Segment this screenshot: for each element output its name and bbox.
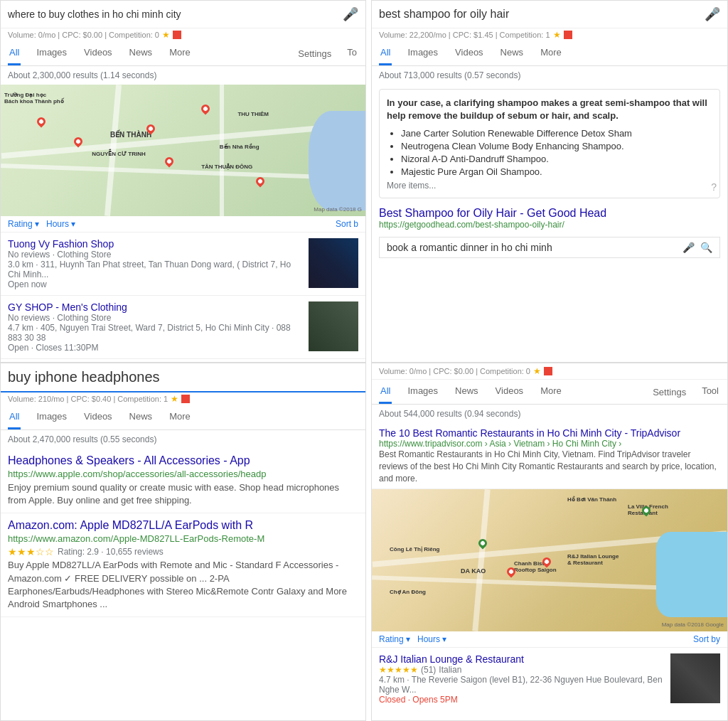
tab-videos-2[interactable]: Videos [454,41,485,65]
sort-by-4[interactable]: Sort by [693,634,720,644]
next-search-icon[interactable]: 🔍 [700,242,712,253]
search-bar-1[interactable]: 🎤 [1,1,365,28]
result-link-1: Best Shampoo for Oily Hair - Get Good He… [372,203,727,234]
panel-headphones-search: Volume: 210/mo | CPC: $0.40 | Competitio… [0,363,366,721]
nav-tabs-3: All Images Videos News More [1,405,365,430]
map-road-v2 [220,85,224,216]
rating-filter-4[interactable]: Rating ▾ [379,634,410,644]
tab-more-1[interactable]: More [168,41,192,65]
result-url-1: https://getgoodhead.com/best-shampoo-oil… [379,220,720,230]
competition-box-3 [181,395,190,403]
search-bar-3[interactable] [1,363,365,392]
next-mic-icon[interactable]: 🎤 [682,242,695,253]
next-search-text: book a romantic dinner in ho chi minh [387,242,682,253]
tab-all-3[interactable]: All [8,405,21,429]
star-icon-3: ★ [171,394,178,404]
tab-more-4[interactable]: More [539,380,563,404]
search-input-1[interactable] [8,9,343,20]
star-icon-4: ★ [533,366,541,376]
restaurant-rating-count: (51) [421,665,436,675]
tab-news-3[interactable]: News [128,405,154,429]
tab-videos-4[interactable]: Videos [494,380,525,404]
store-address-1: 3.0 km · 311, Huynh Tan Phat street, Tan… [8,260,301,279]
result-title-3-1[interactable]: Headphones & Speakers - All Accessories … [8,454,358,467]
restaurant-thumb-1 [670,653,720,703]
map-water-4 [656,532,727,617]
tab-videos-1[interactable]: Videos [82,41,114,65]
panel-romantic-dinner: Volume: 0/mo | CPC: $0.00 | Competition:… [371,363,728,721]
panel-clothes-search: 🎤 Volume: 0/mo | CPC: $0.00 | Competitio… [0,0,366,363]
store-info-1: Tuong Vy Fashion Shop No reviews · Cloth… [8,238,301,289]
store-name-1[interactable]: Tuong Vy Fashion Shop [8,238,301,250]
snippet-text: In your case, a clarifying shampoo makes… [387,97,712,122]
volume-info-3: Volume: 210/mo | CPC: $0.40 | Competitio… [1,392,365,405]
romantic-label-6: R&J Italian Lounge& Restaurant [567,553,619,566]
search-input-2[interactable] [379,8,705,21]
settings-tab-4[interactable]: Settings [653,387,686,397]
ta-url: https://www.tripadvisor.com › Asia › Vie… [379,439,720,449]
next-search-bar[interactable]: book a romantic dinner in ho chi minh 🎤 … [379,237,720,258]
store-thumb-img-1 [309,238,358,288]
tab-all-2[interactable]: All [379,41,392,65]
store-thumb-1 [309,238,358,288]
store-name-2[interactable]: GY SHOP - Men's Clothing [8,301,301,313]
restaurant-info-1: R&J Italian Lounge & Restaurant ★★★★★ (5… [379,653,663,705]
result-title-3-2[interactable]: Amazon.com: Apple MD827LL/A EarPods with… [8,519,358,532]
tab-images-1[interactable]: Images [35,41,68,65]
hours-filter-1[interactable]: Hours ▾ [46,219,75,229]
map-pin-1 [36,116,48,128]
romantic-road-v1 [472,489,490,631]
tools-tab-4[interactable]: Tool [700,380,720,404]
store-hours-1: Open now [8,279,301,289]
tab-images-4[interactable]: Images [406,380,439,404]
settings-tab-1[interactable]: Settings [298,48,331,59]
results-count-4: About 544,000 results (0.94 seconds) [372,405,727,423]
store-result-1: Tuong Vy Fashion Shop No reviews · Cloth… [1,233,365,296]
tab-videos-3[interactable]: Videos [82,405,114,429]
tab-images-3[interactable]: Images [35,405,68,429]
store-reviews-2: No reviews · Clothing Store [8,313,301,323]
map-pin-5 [163,155,175,167]
restaurant-result-1: R&J Italian Lounge & Restaurant ★★★★★ (5… [372,648,727,710]
restaurant-distance: 4.7 km · The Reverie Saigon (level B1), … [379,675,663,695]
more-items[interactable]: More items... [387,181,712,191]
tab-all-1[interactable]: All [8,41,21,65]
result-url-3-2: https://www.amazon.com/Apple-MD827LL-Ear… [8,533,358,544]
result-url-3-1: https://www.apple.com/shop/accessories/a… [8,469,358,479]
romantic-pin-2 [477,538,489,550]
mic-icon-2[interactable]: 🎤 [705,6,720,22]
search-input-3[interactable] [8,369,358,385]
restaurant-name-1[interactable]: R&J Italian Lounge & Restaurant [379,653,663,665]
sort-by-1[interactable]: Sort b [336,219,358,229]
map-label-3: THU THIÊM [237,111,269,117]
result-title-1[interactable]: Best Shampoo for Oily Hair - Get Good He… [379,207,720,220]
nav-tabs-1: All Images Videos News More Settings To [1,41,365,66]
tools-tab-1[interactable]: To [346,41,358,65]
search-result-1: Headphones & Speakers - All Accessories … [1,449,365,513]
tab-news-4[interactable]: News [454,380,480,404]
rating-filter-1[interactable]: Rating ▾ [8,219,39,229]
tab-images-2[interactable]: Images [406,41,439,65]
tab-more-3[interactable]: More [168,405,192,429]
snippet-item-1: Jane Carter Solution Renewable Differenc… [401,128,712,139]
tab-all-4[interactable]: All [379,380,392,404]
tab-more-2[interactable]: More [539,41,563,65]
snippet-info-icon[interactable]: ? [711,181,717,193]
ta-title[interactable]: The 10 Best Romantic Restaurants in Ho C… [379,427,720,439]
nav-tabs-4: All Images News Videos More Settings Too… [372,380,727,405]
competition-box-4 [544,367,552,375]
volume-info-4: Volume: 0/mo | CPC: $0.00 | Competition:… [372,363,727,380]
tab-news-2[interactable]: News [499,41,525,65]
tab-news-1[interactable]: News [128,41,154,65]
restaurant-hours: Closed · Opens 5PM [379,695,663,705]
mic-icon[interactable]: 🎤 [343,6,358,22]
tripadvisor-result: The 10 Best Romantic Restaurants in Ho C… [372,423,727,489]
store-result-2: GY SHOP - Men's Clothing No reviews · Cl… [1,296,365,359]
result-desc-3-2: Buy Apple MD827LL/A EarPods with Remote … [8,559,358,611]
map-label-5: NGUYỄN CƯ TRINH [92,151,146,157]
competition-box-2 [564,31,572,39]
snippet-item-3: Nizoral A-D Anti-Dandruff Shampoo. [401,154,712,164]
search-bar-2[interactable]: 🎤 [372,1,727,28]
hours-filter-4[interactable]: Hours ▾ [417,634,446,644]
map-data-label-4: Map data ©2018 Google [662,621,724,628]
